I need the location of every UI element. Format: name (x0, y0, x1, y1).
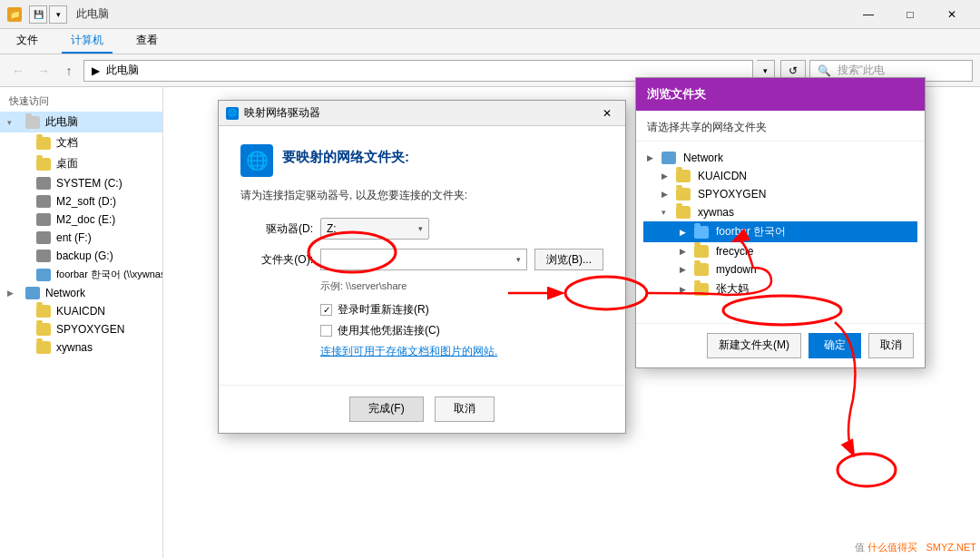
map-drive-footer: 完成(F) 取消 (219, 385, 625, 433)
xywnas-tree-icon (676, 206, 691, 219)
c-label: SYSTEM (C:) (56, 177, 122, 190)
sidebar-item-spyoxygen[interactable]: SPYOXYGEN (0, 320, 162, 338)
sidebar-quick-access-header[interactable]: ▾ 快速访问 (0, 91, 162, 112)
back-btn[interactable]: ← (7, 60, 29, 82)
sidebar-item-desktop[interactable]: 桌面 (0, 153, 162, 174)
drive-select-arrow: ▾ (418, 224, 423, 233)
zhangdama-tree-chevron: ▶ (680, 285, 691, 294)
close-btn[interactable]: ✕ (931, 0, 973, 29)
docs-label: 文档 (56, 135, 78, 151)
map-drive-icon: 🌐 (226, 107, 239, 120)
reconnect-row: ✓ 登录时重新连接(R) (320, 302, 603, 318)
storage-link[interactable]: 连接到可用于存储文档和图片的网站. (320, 344, 603, 359)
complete-btn[interactable]: 完成(F) (349, 396, 423, 422)
tree-item-foorbar[interactable]: ▶ foorbar 한국어 (643, 221, 917, 242)
down-arrow-quick[interactable]: ▾ (49, 5, 67, 24)
title-bar-icon: 📁 (7, 7, 22, 22)
tree-item-xywnas[interactable]: ▾ xywnas (643, 203, 917, 221)
d-label: M2_soft (D:) (56, 195, 116, 208)
tree-item-zhangdama[interactable]: ▶ 张大妈 (643, 279, 917, 299)
map-drive-main-title: 要映射的网络文件夹: (282, 149, 409, 166)
new-folder-btn[interactable]: 新建文件夹(M) (707, 333, 801, 358)
drive-select[interactable]: Z: ▾ (320, 218, 429, 240)
map-drive-body: 🌐 要映射的网络文件夹: 请为连接指定驱动器号, 以及您要连接的文件夹: 驱动器… (219, 126, 625, 377)
map-dialog-close[interactable]: ✕ (596, 103, 618, 124)
window-title: 此电脑 (76, 6, 109, 22)
tree-item-network[interactable]: ▶ Network (643, 149, 917, 167)
tree-item-frecycle[interactable]: ▶ frecycle (643, 242, 917, 260)
browse-header: 浏览文件夹 (636, 78, 925, 111)
folder-row: 文件夹(O): ▾ 浏览(B)... (240, 249, 603, 270)
foorbar-tree-chevron: ▶ (680, 228, 691, 237)
reconnect-checkbox[interactable]: ✓ (320, 304, 332, 316)
sidebar: ▾ 快速访问 ▾ 此电脑 文档 桌面 SYSTEM (C:) (0, 87, 163, 558)
g-label: backup (G:) (56, 250, 113, 262)
thispc-label: 此电脑 (45, 114, 78, 130)
kuaicdn-label: KUAICDN (56, 305, 105, 318)
example-hint: 示例: \\server\share (320, 279, 603, 293)
altcred-checkbox[interactable] (320, 325, 332, 337)
watermark-url: SMYZ.NET (926, 542, 976, 553)
browse-title: 浏览文件夹 (647, 86, 706, 103)
browse-cancel-btn[interactable]: 取消 (868, 333, 914, 358)
quick-access-toolbar: 💾 ▾ (29, 5, 67, 24)
quick-access-label: 快速访问 (9, 94, 49, 108)
sidebar-item-g[interactable]: backup (G:) (0, 247, 162, 265)
address-path: 此电脑 (106, 63, 139, 78)
watermark-site: 什么值得买 (867, 542, 917, 553)
maximize-btn[interactable]: □ (889, 0, 931, 29)
search-placeholder: 搜索"此电 (838, 63, 885, 78)
f-label: ent (F:) (56, 231, 92, 244)
altcred-row: 使用其他凭据连接(C) (320, 323, 603, 338)
sidebar-item-d[interactable]: M2_soft (D:) (0, 192, 162, 210)
folder-label: 文件夹(O): (240, 252, 313, 268)
ribbon-tab-computer[interactable]: 计算机 (62, 29, 113, 54)
thispc-icon (25, 116, 40, 129)
sidebar-item-docs[interactable]: 文档 (0, 132, 162, 153)
browse-button[interactable]: 浏览(B)... (534, 249, 603, 270)
mydown-tree-chevron: ▶ (680, 265, 691, 274)
thispc-chevron: ▾ (7, 118, 18, 127)
drive-label: 驱动器(D: (240, 221, 313, 237)
zhangdama-tree-icon (694, 283, 709, 296)
sidebar-item-thispc[interactable]: ▾ 此电脑 (0, 112, 162, 132)
c-icon (36, 177, 51, 190)
sidebar-item-c[interactable]: SYSTEM (C:) (0, 174, 162, 192)
f-icon (36, 231, 51, 244)
xywnas-label: xywnas (56, 341, 93, 354)
sidebar-item-network[interactable]: ▶ Network (0, 284, 162, 302)
browse-dialog: 浏览文件夹 请选择共享的网络文件夹 ▶ Network ▶ KUAICDN ▶ … (635, 77, 926, 368)
sidebar-item-f[interactable]: ent (F:) (0, 229, 162, 247)
browse-tree: ▶ Network ▶ KUAICDN ▶ SPYOXYGEN ▾ xywnas… (636, 142, 925, 323)
xywnas-tree-label: xywnas (698, 206, 734, 219)
mydown-tree-icon (694, 263, 709, 276)
folder-input[interactable]: ▾ (320, 249, 527, 270)
foorbar-tree-icon (694, 226, 709, 239)
ribbon-tab-view[interactable]: 查看 (127, 29, 167, 54)
sidebar-item-xywnas[interactable]: xywnas (0, 338, 162, 357)
g-icon (36, 250, 51, 262)
map-drive-title-bar: 🌐 映射网络驱动器 ✕ (219, 101, 625, 126)
forward-btn[interactable]: → (33, 60, 54, 82)
sidebar-item-foorbar[interactable]: foorbar 한국어 (\\xywnas) (Z:) (0, 265, 162, 284)
tree-item-kuaicdn[interactable]: ▶ KUAICDN (643, 167, 917, 185)
sidebar-item-kuaicdn[interactable]: KUAICDN (0, 302, 162, 320)
reconnect-label: 登录时重新连接(R) (338, 302, 429, 318)
cancel-btn-map[interactable]: 取消 (435, 396, 495, 422)
browse-ok-btn[interactable]: 确定 (808, 333, 861, 358)
ribbon-tab-file[interactable]: 文件 (7, 29, 47, 54)
e-icon (36, 213, 51, 226)
address-breadcrumb: ▶ (92, 64, 106, 77)
xywnas-tree-chevron: ▾ (662, 208, 672, 217)
tree-item-mydown[interactable]: ▶ mydown (643, 260, 917, 279)
quick-access-chevron: ▾ (0, 97, 4, 106)
foorbar-tree-label: foorbar 한국어 (716, 224, 786, 240)
altcred-label: 使用其他凭据连接(C) (338, 323, 440, 338)
save-quick-btn[interactable]: 💾 (29, 5, 47, 24)
up-btn[interactable]: ↑ (58, 60, 80, 82)
d-icon (36, 195, 51, 208)
sidebar-item-e[interactable]: M2_doc (E:) (0, 210, 162, 229)
minimize-btn[interactable]: — (848, 0, 889, 29)
drive-row: 驱动器(D: Z: ▾ (240, 218, 603, 240)
tree-item-spyoxygen[interactable]: ▶ SPYOXYGEN (643, 185, 917, 203)
